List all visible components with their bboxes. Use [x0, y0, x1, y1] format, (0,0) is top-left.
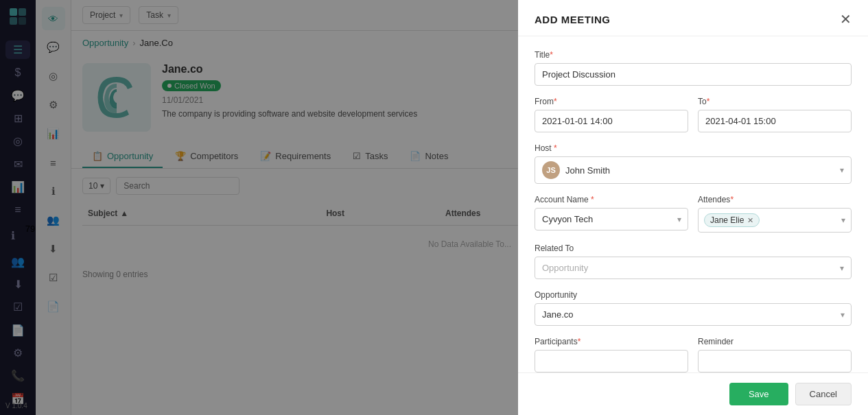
title-label: Title* [535, 50, 852, 60]
title-input[interactable] [535, 63, 852, 86]
modal-body: Title* From* To* [518, 36, 868, 372]
opportunity-field-group: Opportunity [535, 290, 852, 326]
related-to-value: Opportunity [542, 263, 588, 273]
to-field-group: To* [698, 97, 852, 132]
participants-label: Participants* [535, 337, 688, 346]
opportunity-label: Opportunity [535, 290, 852, 300]
add-meeting-modal: ADD MEETING ✕ Title* From* [518, 0, 868, 415]
from-label: From* [535, 97, 688, 106]
from-to-row: From* To* [535, 97, 852, 143]
reminder-input[interactable] [698, 350, 852, 372]
related-to-label: Related To [535, 244, 852, 253]
reminder-field-group: Reminder [698, 337, 852, 372]
opportunity-input-wrap [535, 303, 852, 326]
account-attendees-row: Account Name * Cyvyon Tech Attendes* [535, 195, 852, 244]
reminder-label: Reminder [698, 337, 852, 346]
host-field-group: Host * JS John Smith ▾ [535, 143, 852, 184]
participants-field-group: Participants* [535, 337, 688, 372]
attendees-field-group: Attendes* Jane Elie ✕ ▾ [698, 195, 852, 233]
host-label: Host * [535, 143, 852, 153]
participants-input[interactable] [535, 350, 688, 372]
modal-header: ADD MEETING ✕ [518, 0, 868, 36]
attendees-input[interactable]: Jane Elie ✕ ▾ [698, 208, 852, 233]
related-to-select[interactable]: Opportunity ▾ [535, 257, 852, 279]
account-name-select-wrap: Cyvyon Tech [535, 208, 688, 230]
attendees-caret: ▾ [841, 215, 845, 225]
from-input[interactable] [535, 110, 688, 132]
host-dropdown-caret: ▾ [840, 165, 844, 175]
attendee-name: Jane Elie [710, 215, 744, 225]
modal-footer: Save Cancel [518, 372, 868, 415]
attendee-remove-icon[interactable]: ✕ [747, 216, 753, 225]
from-field-group: From* [535, 97, 688, 132]
participants-reminder-row: Participants* Reminder [535, 337, 852, 372]
account-name-field-group: Account Name * Cyvyon Tech [535, 195, 688, 233]
opportunity-input[interactable] [535, 303, 852, 326]
related-to-field-group: Related To Opportunity ▾ [535, 244, 852, 279]
host-avatar: JS [542, 161, 560, 179]
modal-close-button[interactable]: ✕ [840, 12, 852, 26]
cancel-button[interactable]: Cancel [795, 383, 852, 405]
related-to-caret: ▾ [840, 263, 844, 273]
host-select[interactable]: JS John Smith ▾ [535, 156, 852, 184]
host-name: John Smith [565, 165, 840, 176]
title-field-group: Title* [535, 50, 852, 86]
modal-overlay: ADD MEETING ✕ Title* From* [0, 0, 868, 415]
to-label: To* [698, 97, 852, 106]
attendees-label: Attendes* [698, 195, 852, 204]
to-input[interactable] [698, 110, 852, 132]
modal-title: ADD MEETING [535, 14, 611, 25]
save-button[interactable]: Save [729, 383, 788, 405]
attendee-tag-jane: Jane Elie ✕ [704, 213, 760, 227]
account-name-label: Account Name * [535, 195, 688, 204]
account-name-select[interactable]: Cyvyon Tech [535, 208, 688, 230]
